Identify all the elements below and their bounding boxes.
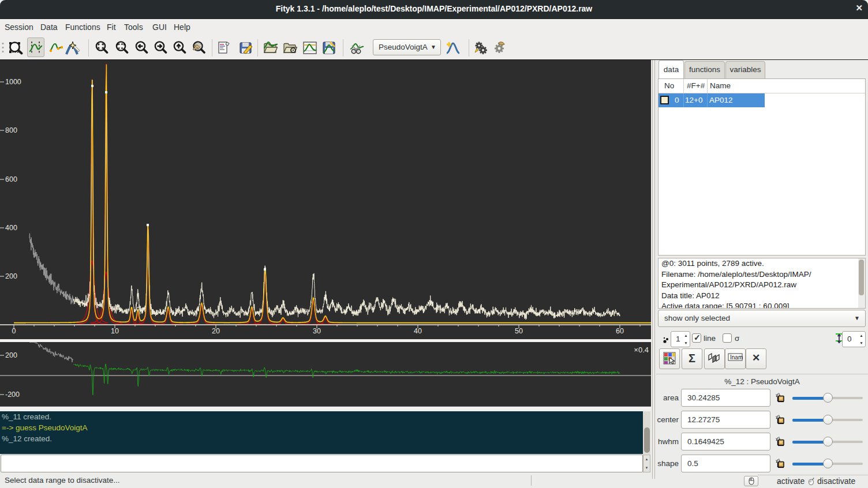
- svg-text:600: 600: [5, 175, 17, 183]
- svg-text:30: 30: [313, 327, 321, 335]
- svg-text:10: 10: [111, 327, 119, 335]
- svg-text:40: 40: [414, 327, 422, 335]
- svg-text:200: 200: [5, 351, 17, 359]
- svg-text:400: 400: [5, 224, 17, 232]
- svg-text:200: 200: [5, 272, 17, 280]
- svg-text:0: 0: [12, 327, 16, 335]
- svg-text:Inam: Inam: [730, 354, 743, 361]
- svg-text:-200: -200: [5, 391, 20, 399]
- svg-text:20: 20: [212, 327, 220, 335]
- svg-text:60: 60: [616, 327, 624, 335]
- svg-text:800: 800: [5, 126, 17, 134]
- svg-text:1000: 1000: [5, 78, 21, 86]
- svg-text:×0.4: ×0.4: [634, 346, 649, 354]
- svg-text:50: 50: [515, 327, 523, 335]
